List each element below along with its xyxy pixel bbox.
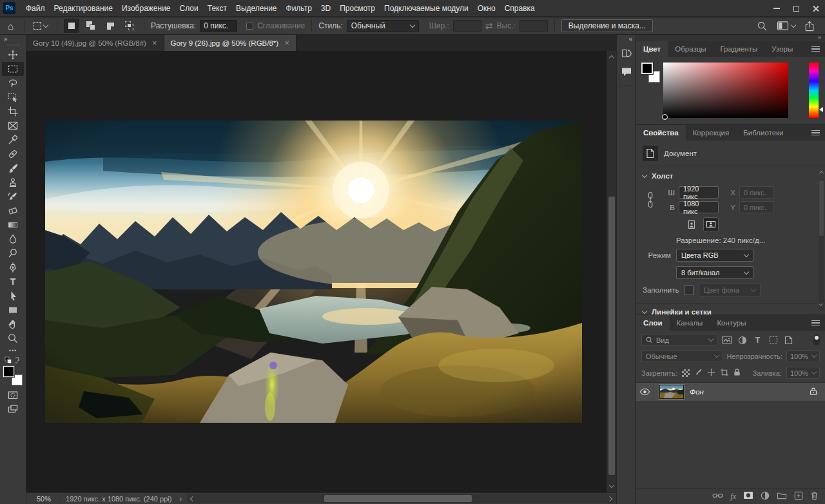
intersect-selection-button[interactable]: [122, 19, 137, 33]
menu-file[interactable]: Файл: [21, 0, 50, 17]
color-swatches[interactable]: [641, 63, 659, 83]
tab-adjustments[interactable]: Коррекция: [686, 125, 737, 141]
document-tab-2[interactable]: Gory 9 (26).jpg @ 50% (RGB/8*) ×: [164, 35, 296, 51]
hue-slider-marker[interactable]: [819, 107, 823, 112]
menu-type[interactable]: Текст: [203, 0, 231, 17]
eyedropper-tool[interactable]: [2, 133, 24, 147]
minimize-button[interactable]: [767, 0, 786, 17]
dodge-tool[interactable]: [2, 246, 24, 260]
lasso-tool[interactable]: [2, 76, 24, 90]
link-layers-icon[interactable]: [712, 492, 723, 501]
crop-tool[interactable]: [2, 104, 24, 119]
history-brush-tool[interactable]: [2, 189, 24, 204]
layer-lock-icon[interactable]: [810, 387, 817, 398]
default-colors-button[interactable]: [3, 356, 23, 365]
filter-adjustment-layers-icon[interactable]: [736, 334, 748, 345]
canvas-y-input[interactable]: 0 пикс.: [739, 201, 774, 213]
object-selection-tool[interactable]: [2, 90, 24, 104]
canvas-width-input[interactable]: 1920 пикс: [679, 186, 719, 199]
history-panel-icon[interactable]: [618, 46, 635, 61]
add-selection-button[interactable]: [83, 19, 99, 33]
new-group-icon[interactable]: [777, 491, 787, 501]
lock-image-pixels-icon[interactable]: [694, 368, 703, 378]
path-selection-tool[interactable]: [2, 289, 24, 303]
rulers-section-header[interactable]: Линейки и сетки: [636, 304, 825, 318]
type-tool[interactable]: T: [2, 275, 24, 289]
layer-filter-select[interactable]: Вид: [641, 334, 717, 346]
horizontal-scroll-thumb[interactable]: [324, 495, 472, 502]
menu-view[interactable]: Просмотр: [335, 0, 380, 17]
menu-3d[interactable]: 3D: [316, 0, 335, 17]
menu-edit[interactable]: Редактирование: [50, 0, 117, 17]
menu-select[interactable]: Выделение: [231, 0, 282, 17]
panel-menu-icon[interactable]: [811, 129, 820, 137]
swap-dimensions-icon[interactable]: ⇄: [485, 21, 493, 31]
share-icon[interactable]: [804, 21, 815, 32]
brush-tool[interactable]: [2, 161, 24, 175]
open-image-mountain-sunset[interactable]: [45, 121, 582, 423]
scroll-left-icon[interactable]: [190, 496, 195, 501]
tab-libraries[interactable]: Библиотеки: [736, 125, 790, 141]
select-and-mask-button[interactable]: Выделение и маска...: [561, 19, 653, 32]
menu-layers[interactable]: Слои: [175, 0, 203, 17]
zoom-level-field[interactable]: 50%: [26, 495, 59, 503]
tab-properties[interactable]: Свойства: [636, 125, 686, 141]
delete-layer-icon[interactable]: [810, 491, 819, 502]
panel-menu-icon[interactable]: [811, 319, 820, 327]
lock-position-icon[interactable]: [707, 368, 715, 378]
document-tab-1[interactable]: Gory 10 (49).jpg @ 50% (RGB/8#) ×: [26, 35, 164, 51]
layer-thumbnail[interactable]: [659, 385, 684, 399]
blur-tool[interactable]: [2, 232, 24, 246]
horizontal-scrollbar[interactable]: [187, 494, 616, 503]
dock-collapse[interactable]: »: [636, 35, 825, 41]
panel-menu-icon[interactable]: [811, 45, 820, 53]
new-adjustment-layer-icon[interactable]: [761, 491, 770, 502]
menu-plugins[interactable]: Подключаемые модули: [380, 0, 473, 17]
status-options-chevron[interactable]: ›: [178, 494, 187, 503]
maximize-button[interactable]: [786, 0, 806, 17]
link-dimensions-icon[interactable]: [646, 191, 654, 209]
subtract-selection-button[interactable]: [102, 19, 118, 33]
tab-swatches[interactable]: Образцы: [668, 41, 713, 57]
add-layer-mask-icon[interactable]: [743, 491, 753, 501]
smoothing-checkbox[interactable]: [246, 23, 253, 30]
filter-pixel-layers-icon[interactable]: [721, 334, 733, 345]
healing-brush-tool[interactable]: [2, 147, 24, 161]
color-mode-select[interactable]: Цвета RGB: [676, 249, 753, 262]
tool-preset-button[interactable]: [31, 22, 50, 30]
foreground-color-swatch[interactable]: [641, 63, 653, 74]
height-input[interactable]: [519, 20, 548, 32]
portrait-orientation-button[interactable]: [684, 217, 699, 231]
lock-artboard-icon[interactable]: [720, 368, 729, 378]
fill-color-select[interactable]: Цвет фона: [699, 284, 761, 296]
edit-toolbar-button[interactable]: •••: [2, 345, 24, 356]
workspace-switcher-icon[interactable]: [777, 21, 795, 31]
layer-name[interactable]: Фон: [690, 388, 704, 396]
scroll-up-icon[interactable]: [609, 55, 614, 61]
layer-row-background[interactable]: Фон: [636, 383, 825, 401]
layer-effects-icon[interactable]: fx: [730, 492, 736, 501]
filter-type-layers-icon[interactable]: T: [752, 334, 764, 345]
bit-depth-select[interactable]: 8 бит/канал: [676, 266, 753, 279]
menu-window[interactable]: Окно: [473, 0, 500, 17]
eraser-tool[interactable]: [2, 204, 24, 218]
frame-tool[interactable]: [2, 119, 24, 133]
canvas-section-header[interactable]: Холст: [636, 166, 825, 182]
lock-transparent-pixels-icon[interactable]: [682, 369, 690, 377]
zoom-tool[interactable]: [2, 331, 24, 345]
vertical-scrollbar[interactable]: [607, 51, 616, 492]
menu-image[interactable]: Изображение: [117, 0, 175, 17]
landscape-orientation-button[interactable]: [703, 217, 719, 231]
saturation-field[interactable]: [663, 63, 788, 118]
fill-checkbox[interactable]: [684, 286, 694, 295]
style-select[interactable]: Обычный: [347, 20, 419, 32]
toolbar-grip[interactable]: [7, 44, 19, 46]
home-icon[interactable]: ⌂: [4, 21, 17, 32]
toolbar-collapse[interactable]: »: [0, 35, 26, 43]
menu-help[interactable]: Справка: [500, 0, 539, 17]
fill-select[interactable]: 100%: [786, 367, 820, 379]
screen-mode-button[interactable]: [2, 402, 24, 416]
vertical-scroll-thumb[interactable]: [608, 197, 615, 475]
properties-scrollbar[interactable]: [819, 179, 824, 311]
tab-gradients[interactable]: Градиенты: [713, 41, 765, 57]
